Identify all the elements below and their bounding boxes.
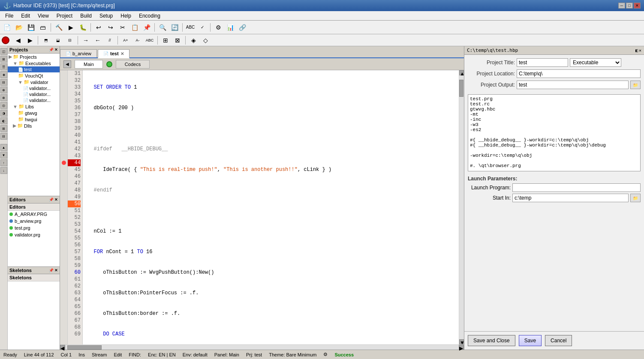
back-btn-small[interactable]: ◀ [63, 60, 71, 68]
code-scrollbar[interactable]: ▲ ▼ [459, 70, 464, 344]
find-btn[interactable]: 🔍 [157, 23, 168, 32]
menu-setup[interactable]: Setup [96, 12, 116, 20]
tb2-btn2[interactable]: ⬓ [53, 36, 63, 45]
menu-encoding[interactable]: Encoding [135, 12, 164, 20]
sidebar-icon-2[interactable]: ⊞ [0, 56, 7, 63]
redo-btn[interactable]: ↪ [105, 23, 116, 32]
tb2-extra2[interactable]: ◇ [200, 36, 211, 45]
sidebar-icon-9[interactable]: ◑ [0, 110, 7, 117]
maximize-button[interactable]: □ [626, 3, 633, 9]
tb2-font-smaller[interactable]: A- [132, 36, 143, 45]
tree-dlls[interactable]: ▶ 📁 Dlls [8, 123, 60, 129]
editor-file-a-array[interactable]: A_ARRAY.PRG [8, 211, 60, 218]
tree-test[interactable]: 📄 test [8, 66, 60, 72]
saveall-btn[interactable]: 🗃 [38, 23, 48, 32]
editors-close-icon[interactable]: ✕ [54, 197, 58, 202]
skeletons-pin-icon[interactable]: 📌 [49, 268, 54, 272]
tree-gtwvg[interactable]: 📁 gtwvg [8, 110, 60, 116]
launch-program-input[interactable] [512, 183, 641, 192]
code-h-scrollbar[interactable]: ◀ ▶ [60, 344, 464, 350]
format-btn[interactable]: ABC [185, 23, 196, 32]
sidebar-icon-3[interactable]: ☰ [0, 63, 7, 70]
scroll-down-btn[interactable]: ▼ [459, 339, 464, 344]
tb2-abc[interactable]: ABC [144, 36, 155, 45]
close-button[interactable]: ✕ [634, 3, 641, 9]
tree-validator-1[interactable]: 📄 validator... [8, 85, 60, 91]
copy-btn[interactable]: 📋 [129, 23, 140, 32]
tree-vouchqt[interactable]: 📁 VouchQt [8, 72, 60, 79]
hscroll-right-btn[interactable]: ▶ [459, 345, 464, 350]
sidebar-icon-1[interactable]: ◫ [0, 48, 7, 55]
sidebar-icon-6[interactable]: ⊕ [0, 87, 7, 93]
scroll-up-btn[interactable]: ▲ [459, 70, 464, 75]
save-btn[interactable]: 💾 [26, 23, 36, 32]
sidebar-icon-7[interactable]: ⊗ [0, 94, 7, 101]
section-tab-codecs[interactable]: Codecs [116, 60, 150, 69]
browse-button[interactable]: 📁 [630, 81, 641, 89]
menu-project[interactable]: Project [53, 12, 76, 20]
tb-btn-extra1[interactable]: ⚙ [213, 23, 223, 32]
build-btn[interactable]: 🔨 [54, 23, 64, 32]
tab-test[interactable]: 📄 test ✕ [98, 49, 129, 58]
sidebar-icon-11[interactable]: ⊞ [0, 125, 7, 132]
sidebar-icon-4[interactable]: ◈ [0, 71, 7, 78]
tree-libs[interactable]: ▼ 📁 Libs [8, 103, 60, 110]
sidebar-icon-14[interactable]: ▼ [0, 152, 7, 159]
run-btn[interactable]: ▶ [66, 23, 76, 32]
tab-close-test[interactable]: ✕ [120, 51, 124, 56]
tb2-nav2[interactable]: ⊠ [172, 36, 183, 45]
menu-file[interactable]: File [2, 12, 17, 20]
tb2-font-larger[interactable]: A+ [120, 36, 131, 45]
project-title-input[interactable] [517, 58, 568, 67]
open-btn[interactable]: 📂 [14, 23, 24, 32]
menu-edit[interactable]: Edit [18, 12, 33, 20]
editor-file-test[interactable]: test.prg [8, 224, 60, 231]
code-text-area[interactable]: SET ORDER TO 1 dbGoto( 200 ) #ifdef __HB… [83, 70, 459, 344]
save-and-close-button[interactable]: Save and Close [468, 335, 515, 346]
projects-pin-icon[interactable]: 📌 [49, 48, 54, 52]
start-in-browse-button[interactable]: 📁 [630, 194, 641, 202]
sidebar-icon-15[interactable]: ↑ [0, 159, 7, 166]
start-in-input[interactable] [512, 194, 629, 202]
hscroll-thumb[interactable] [67, 345, 102, 350]
build-config-list[interactable]: test.prg test.rc gtwvg.hbc -mt -inc -w3 … [468, 94, 641, 171]
record-btn[interactable] [2, 36, 9, 44]
undo-btn[interactable]: ↩ [93, 23, 104, 32]
paste-btn[interactable]: 📌 [141, 23, 152, 32]
tb2-comment[interactable]: // [105, 36, 115, 45]
menu-view[interactable]: View [34, 12, 52, 20]
hscroll-left-btn[interactable]: ◀ [60, 345, 65, 350]
section-tab-main[interactable]: Main [75, 60, 103, 69]
project-type-select[interactable]: Executable Library DLL [570, 58, 621, 67]
tb2-outdent[interactable]: ← [93, 36, 103, 45]
minimize-button[interactable]: ─ [618, 3, 625, 9]
cancel-button[interactable]: Cancel [545, 335, 572, 346]
editor-file-b-arview[interactable]: b_arview.prg [8, 218, 60, 224]
tb-btn-extra2[interactable]: 📊 [225, 23, 235, 32]
tb2-nav1[interactable]: ⊞ [160, 36, 171, 45]
save-button[interactable]: Save [519, 335, 542, 346]
tree-validator[interactable]: ▼ 📁 validator [8, 79, 60, 85]
tb2-btn3[interactable]: ⊟ [65, 36, 75, 45]
debug-btn[interactable]: 🐛 [78, 23, 88, 32]
sidebar-icon-5[interactable]: ⊟ [0, 79, 7, 86]
tree-executables[interactable]: ▼ 📁 Executables [8, 60, 60, 66]
tb2-fwd[interactable]: ▶ [25, 36, 35, 45]
right-panel-expand-icon[interactable]: ◧ [635, 48, 638, 53]
tb2-btn1[interactable]: ⬒ [41, 36, 51, 45]
sidebar-icon-8[interactable]: ◎ [0, 102, 7, 109]
sidebar-icon-12[interactable]: ⊟ [0, 133, 7, 140]
cut-btn[interactable]: ✂ [117, 23, 128, 32]
new-btn[interactable]: 📄 [2, 23, 12, 32]
sidebar-icon-16[interactable]: ↓ [0, 167, 7, 174]
project-output-input[interactable] [517, 81, 629, 89]
projects-close-icon[interactable]: ✕ [54, 48, 58, 52]
tree-validator-2[interactable]: 📄 validator... [8, 91, 60, 97]
menu-build[interactable]: Build [77, 12, 95, 20]
right-panel-close-icon[interactable]: ✕ [639, 48, 641, 53]
tree-hwgui[interactable]: 📁 hwgui [8, 116, 60, 123]
tree-validator-3[interactable]: 📄 validator... [8, 97, 60, 103]
editors-pin-icon[interactable]: 📌 [49, 197, 54, 202]
skeletons-close-icon[interactable]: ✕ [54, 268, 58, 272]
menu-help[interactable]: Help [117, 12, 135, 20]
